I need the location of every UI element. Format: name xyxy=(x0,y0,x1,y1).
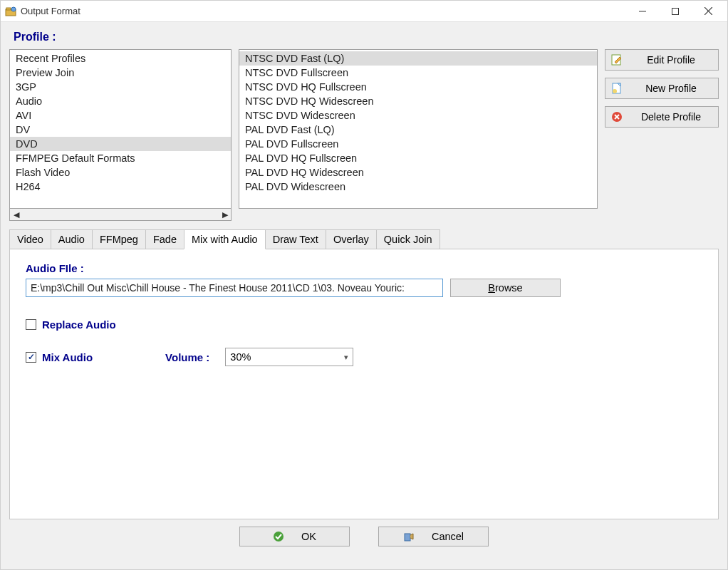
tab-video[interactable]: Video xyxy=(9,229,51,249)
tab-mix-with-audio[interactable]: Mix with Audio xyxy=(184,229,266,249)
tab-ffmpeg[interactable]: FFMpeg xyxy=(92,229,146,249)
browse-label-rest: rowse xyxy=(495,282,523,294)
category-item[interactable]: 3GP xyxy=(10,80,231,94)
volume-combobox[interactable]: 30% ▾ xyxy=(225,348,353,366)
ok-icon xyxy=(273,531,284,542)
svg-rect-4 xyxy=(672,8,679,14)
profile-section-label: Profile : xyxy=(14,31,719,43)
chevron-down-icon: ▾ xyxy=(344,353,348,362)
tabs: VideoAudioFFMpegFadeMix with AudioDraw T… xyxy=(9,229,719,249)
browse-button[interactable]: Browse xyxy=(450,279,561,297)
tab-audio[interactable]: Audio xyxy=(51,229,93,249)
window-title: Output Format xyxy=(21,6,80,16)
mix-audio-checkbox[interactable]: ✓ xyxy=(26,352,36,363)
maximize-button[interactable] xyxy=(659,1,692,22)
replace-audio-checkbox[interactable] xyxy=(26,319,36,330)
app-icon xyxy=(5,6,16,17)
profile-item[interactable]: NTSC DVD Fullscreen xyxy=(239,66,597,80)
delete-profile-button[interactable]: Delete Profile xyxy=(605,106,719,128)
audio-file-input[interactable] xyxy=(26,279,443,297)
window: Output Format Profile : Recent ProfilesP… xyxy=(0,0,728,570)
svg-point-10 xyxy=(613,89,617,93)
tab-overlay[interactable]: Overlay xyxy=(326,229,377,249)
profile-item[interactable]: PAL DVD Widescreen xyxy=(239,180,597,194)
profile-item[interactable]: PAL DVD Fast (LQ) xyxy=(239,123,597,137)
delete-icon xyxy=(611,111,623,123)
category-item[interactable]: H264 xyxy=(10,180,231,194)
category-item[interactable]: Preview Join xyxy=(10,66,231,80)
category-item[interactable]: Flash Video xyxy=(10,165,231,180)
tab-draw-text[interactable]: Draw Text xyxy=(265,229,326,249)
category-item[interactable]: FFMPEG Default Formats xyxy=(10,151,231,165)
new-profile-button[interactable]: New Profile xyxy=(605,78,719,99)
category-item[interactable]: AVI xyxy=(10,108,231,123)
scroll-right-icon[interactable]: ▶ xyxy=(219,209,231,220)
edit-profile-button[interactable]: Edit Profile xyxy=(605,49,719,71)
svg-point-2 xyxy=(11,7,16,11)
replace-audio-label: Replace Audio xyxy=(42,318,116,331)
cancel-icon xyxy=(403,531,415,542)
ok-button[interactable]: OK xyxy=(239,527,350,546)
profile-listbox[interactable]: NTSC DVD Fast (LQ)NTSC DVD FullscreenNTS… xyxy=(239,49,598,209)
profile-item[interactable]: NTSC DVD HQ Fullscreen xyxy=(239,80,597,94)
category-item[interactable]: Audio xyxy=(10,94,231,108)
audio-file-label: Audio FIle : xyxy=(26,262,702,274)
profile-item[interactable]: NTSC DVD HQ Widescreen xyxy=(239,94,597,108)
profile-item[interactable]: NTSC DVD Fast (LQ) xyxy=(239,51,597,66)
mix-audio-label: Mix Audio xyxy=(42,351,93,363)
category-item[interactable]: DV xyxy=(10,123,231,137)
volume-value: 30% xyxy=(230,351,251,363)
tab-quick-join[interactable]: Quick Join xyxy=(376,229,440,249)
profile-item[interactable]: NTSC DVD Widescreen xyxy=(239,108,597,123)
cancel-button[interactable]: Cancel xyxy=(378,527,489,546)
edit-icon xyxy=(611,54,623,66)
profile-item[interactable]: PAL DVD HQ Fullscreen xyxy=(239,151,597,165)
category-item[interactable]: DVD xyxy=(10,137,231,151)
minimize-button[interactable] xyxy=(626,1,659,22)
new-icon xyxy=(611,83,623,94)
close-button[interactable] xyxy=(692,1,724,22)
mix-with-audio-panel: Audio FIle : Browse Replace Audio ✓ Mix … xyxy=(9,249,719,519)
titlebar: Output Format xyxy=(1,1,727,22)
svg-rect-1 xyxy=(6,8,11,10)
svg-rect-15 xyxy=(405,534,410,541)
category-item[interactable]: Recent Profiles xyxy=(10,51,231,66)
profile-item[interactable]: PAL DVD HQ Widescreen xyxy=(239,165,597,180)
svg-point-14 xyxy=(274,532,284,542)
category-hscrollbar[interactable]: ◀ ▶ xyxy=(9,209,232,221)
scroll-left-icon[interactable]: ◀ xyxy=(10,209,22,220)
category-listbox[interactable]: Recent ProfilesPreview Join3GPAudioAVIDV… xyxy=(9,49,232,209)
volume-label: Volume : xyxy=(165,351,209,363)
tab-fade[interactable]: Fade xyxy=(145,229,184,249)
profile-item[interactable]: PAL DVD Fullscreen xyxy=(239,137,597,151)
